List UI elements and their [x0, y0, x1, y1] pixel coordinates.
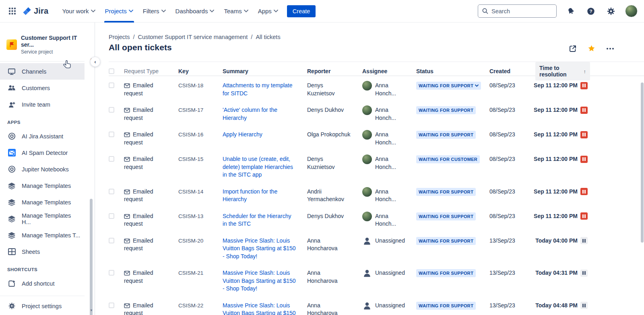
assignee-cell: Anna Honch...: [362, 155, 416, 171]
column-assignee[interactable]: Assignee: [362, 68, 416, 74]
row-checkbox[interactable]: [109, 156, 114, 162]
menu-filters[interactable]: Filters: [138, 0, 171, 23]
column-request-type[interactable]: Request Type: [124, 68, 178, 74]
summary-link[interactable]: Scheduler for the Hierarchy in the SITC: [223, 213, 291, 227]
sidebar-scrollbar-thumb[interactable]: [90, 199, 93, 315]
assignee-name: Unassigned: [375, 302, 405, 310]
sidebar-collapse-button[interactable]: ‹: [90, 57, 100, 67]
column-summary[interactable]: Summary: [223, 68, 307, 74]
breadcrumb-projects[interactable]: Projects: [109, 34, 130, 40]
email-icon: [124, 108, 130, 113]
summary-link[interactable]: Massive Price Slash: Louis Vuitton Bags …: [223, 302, 296, 315]
breadcrumb-project[interactable]: Customer Support IT service management: [138, 34, 248, 40]
row-checkbox[interactable]: [109, 270, 114, 276]
status-badge[interactable]: WAITING FOR SUPPORT: [416, 131, 476, 139]
sorted-column-button[interactable]: Time to resolution ↑: [535, 62, 590, 80]
sidebar-item-add-shortcut[interactable]: Add shortcut: [0, 275, 85, 292]
row-checkbox[interactable]: [109, 107, 114, 113]
jira-logo[interactable]: Jira: [23, 6, 48, 16]
chevron-down-icon: [210, 10, 214, 12]
created-cell: 13/Sep/23: [489, 302, 535, 310]
summary-link[interactable]: Apply Hierarchy: [223, 131, 262, 138]
status-badge[interactable]: WAITING FOR SUPPORT: [416, 237, 476, 245]
settings-button[interactable]: [605, 5, 617, 17]
user-avatar[interactable]: [625, 5, 638, 17]
status-badge[interactable]: WAITING FOR SUPPORT: [416, 302, 476, 310]
status-badge[interactable]: WAITING FOR SUPPORT: [416, 269, 476, 277]
sidebar-item-ai-spam-detector[interactable]: AI Spam Detector: [0, 144, 85, 161]
time-to-resolution-cell: Today 04:31 PM: [535, 269, 595, 277]
table-row[interactable]: Emailed request CSISM-17 'Active' column…: [109, 101, 644, 125]
more-options-button[interactable]: [606, 47, 614, 50]
column-reporter[interactable]: Reporter: [307, 68, 362, 74]
row-checkbox[interactable]: [109, 238, 114, 243]
sidebar-item-ai-jira-assistant[interactable]: AI Jira Assistant: [0, 128, 85, 144]
assignee-cell: Anna Honch...: [362, 212, 416, 228]
summary-link[interactable]: 'Active' column for the Hierarchy: [223, 107, 277, 121]
column-status[interactable]: Status: [416, 68, 489, 74]
sidebar-item-customers[interactable]: Customers: [0, 80, 85, 96]
notifications-button[interactable]: [565, 5, 577, 17]
summary-link[interactable]: Massive Price Slash: Louis Vuitton Bags …: [223, 270, 296, 292]
row-checkbox[interactable]: [109, 132, 114, 137]
status-badge[interactable]: WAITING FOR SUPPORT: [416, 106, 476, 114]
row-checkbox[interactable]: [109, 303, 114, 308]
table-row[interactable]: Emailed request CSISM-16 Apply Hierarchy…: [109, 125, 644, 150]
row-checkbox[interactable]: [109, 189, 114, 194]
search-input[interactable]: [491, 8, 548, 14]
sidebar-item-sheets[interactable]: Sheets: [0, 243, 85, 260]
column-key[interactable]: Key: [178, 68, 223, 74]
column-created[interactable]: Created: [489, 68, 535, 74]
select-all-checkbox[interactable]: [109, 68, 114, 74]
menu-projects[interactable]: Projects: [100, 0, 138, 23]
sidebar-scrollbar[interactable]: ▲ ▼: [89, 47, 93, 313]
table-row[interactable]: Emailed request CSISM-14 Import function…: [109, 182, 644, 207]
page-scrollbar-thumb[interactable]: [641, 82, 644, 243]
export-button[interactable]: [569, 45, 577, 53]
scroll-down-icon[interactable]: ▼: [89, 309, 93, 313]
assignee-name: Anna Honch...: [375, 82, 411, 97]
assignee-cell: Unassigned: [362, 269, 416, 278]
status-badge[interactable]: WAITING FOR SUPPORT: [416, 212, 476, 220]
table-row[interactable]: Emailed request CSISM-15 Unable to use (…: [109, 150, 644, 182]
breadcrumb-all-tickets[interactable]: All tickets: [256, 34, 280, 40]
summary-link[interactable]: Attachments to my template for SITDC: [223, 82, 293, 97]
sidebar-item-manage-templates-h[interactable]: Manage Templates H...: [0, 210, 85, 227]
menu-your-work[interactable]: Your work: [57, 0, 100, 23]
summary-link[interactable]: Unable to use (create, edit, delete) tem…: [223, 156, 293, 178]
assignee-cell: Unassigned: [362, 302, 416, 311]
monitor-icon: [7, 68, 16, 75]
table-row[interactable]: Emailed request CSISM-13 Scheduler for t…: [109, 207, 644, 231]
menu-apps[interactable]: Apps: [253, 0, 283, 23]
create-button[interactable]: Create: [287, 5, 316, 17]
project-header[interactable]: Customer Support IT ser... Service proje…: [0, 35, 95, 55]
favorite-star-button[interactable]: [587, 44, 596, 53]
menu-dashboards[interactable]: Dashboards: [171, 0, 219, 23]
sidebar-item-manage-templates-t[interactable]: Manage Templates T...: [0, 227, 85, 243]
search-box[interactable]: [478, 4, 557, 18]
row-checkbox[interactable]: [109, 213, 114, 219]
assignee-avatar: [362, 301, 372, 311]
sidebar-item-manage-templates-2[interactable]: Manage Templates: [0, 194, 85, 210]
table-row[interactable]: Emailed request CSISM-20 Massive Price S…: [109, 231, 644, 264]
sidebar-item-project-settings[interactable]: Project settings: [0, 298, 85, 314]
status-badge[interactable]: WAITING FOR CUSTOMER: [416, 155, 480, 163]
sidebar-item-channels[interactable]: Channels: [0, 63, 85, 80]
chevron-down-icon: [274, 10, 278, 12]
table-row[interactable]: Emailed request CSISM-21 Massive Price S…: [109, 264, 644, 296]
status-badge[interactable]: WAITING FOR SUPPORT: [416, 188, 476, 196]
app-switcher-icon[interactable]: [6, 5, 19, 18]
sidebar-item-invite-team[interactable]: Invite team: [0, 96, 85, 113]
assignee-name: Anna Honch...: [375, 131, 411, 146]
summary-link[interactable]: Import function for the Hierarchy: [223, 188, 277, 203]
menu-teams[interactable]: Teams: [219, 0, 253, 23]
status-badge[interactable]: WAITING FOR SUPPORT: [416, 82, 481, 90]
sidebar-item-manage-templates-1[interactable]: Manage Templates: [0, 177, 85, 194]
row-checkbox[interactable]: [109, 82, 114, 88]
help-button[interactable]: ?: [585, 5, 597, 17]
table-row[interactable]: Emailed request CSISM-22 Massive Price S…: [109, 296, 644, 315]
sla-paused-icon: [580, 212, 588, 220]
sidebar-item-jupiter-notebooks[interactable]: Jupiter Notebooks: [0, 161, 85, 177]
ellipsis-icon: [606, 47, 614, 50]
summary-link[interactable]: Massive Price Slash: Louis Vuitton Bags …: [223, 237, 296, 259]
